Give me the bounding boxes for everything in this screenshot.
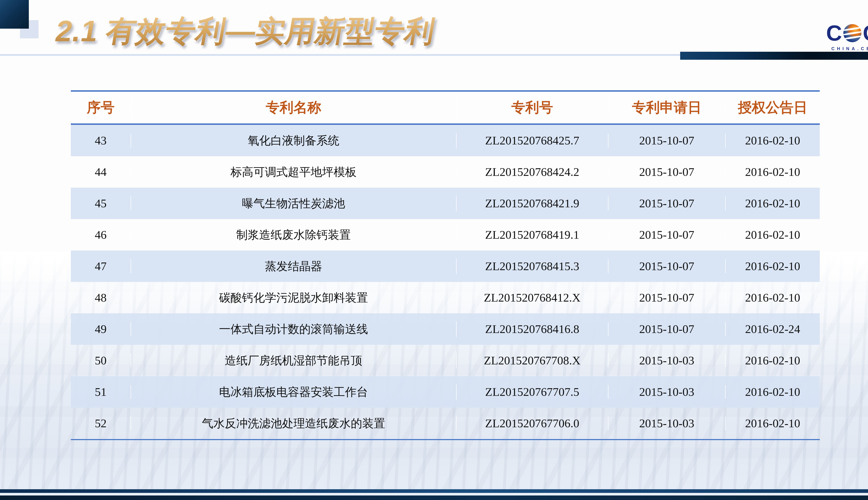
patent-number-cell: ZL201520768425.7 bbox=[457, 134, 608, 147]
application-date-cell: 2015-10-07 bbox=[608, 134, 726, 147]
footer-dark-bar bbox=[0, 496, 868, 500]
patent-name-cell: 标高可调式超平地坪模板 bbox=[131, 164, 457, 180]
application-date-cell: 2015-10-07 bbox=[608, 165, 726, 179]
patent-number-cell: ZL201520767708.X bbox=[457, 354, 608, 367]
patent-name-cell: 一体式自动计数的滚筒输送线 bbox=[131, 321, 457, 337]
patent-name-cell: 造纸厂房纸机湿部节能吊顶 bbox=[131, 353, 457, 368]
table-row: 46制浆造纸废水除钙装置ZL201520768419.12015-10-0720… bbox=[71, 219, 820, 251]
application-date-cell: 2015-10-03 bbox=[608, 354, 726, 367]
row-number-cell: 47 bbox=[71, 259, 131, 273]
column-header: 序号 bbox=[71, 98, 131, 117]
grant-date-cell: 2016-02-24 bbox=[726, 322, 820, 336]
patent-name-cell: 氧化白液制备系统 bbox=[131, 133, 457, 148]
row-number-cell: 44 bbox=[71, 165, 131, 179]
logo-caption: CHINA.CEC bbox=[829, 46, 868, 51]
column-header: 专利号 bbox=[457, 98, 608, 117]
row-number-cell: 45 bbox=[71, 196, 131, 210]
grant-date-cell: 2016-02-10 bbox=[726, 385, 820, 399]
patent-number-cell: ZL201520768419.1 bbox=[457, 228, 608, 242]
table-row: 52气水反冲洗滤池处理造纸废水的装置ZL201520767706.02015-1… bbox=[71, 408, 820, 439]
page-title: 2.1 有效专利—实用新型专利 bbox=[53, 12, 438, 49]
patent-name-cell: 曝气生物活性炭滤池 bbox=[131, 196, 457, 211]
patent-table: 序号专利名称专利号专利申请日授权公告日 43氧化白液制备系统ZL20152076… bbox=[71, 90, 820, 440]
globe-icon bbox=[843, 24, 861, 42]
patent-name-cell: 电冰箱底板电容器安装工作台 bbox=[131, 384, 457, 400]
logo-letter-left: C bbox=[826, 22, 842, 44]
table-row: 49一体式自动计数的滚筒输送线ZL201520768416.82015-10-0… bbox=[71, 314, 820, 345]
application-date-cell: 2015-10-03 bbox=[608, 385, 726, 399]
table-header-row: 序号专利名称专利号专利申请日授权公告日 bbox=[71, 92, 820, 125]
column-header: 专利名称 bbox=[131, 98, 457, 117]
row-number-cell: 46 bbox=[71, 228, 131, 242]
table-row: 44标高可调式超平地坪模板ZL201520768424.22015-10-072… bbox=[71, 156, 820, 188]
row-number-cell: 48 bbox=[71, 291, 131, 305]
corner-accent-navy-square bbox=[0, 0, 29, 29]
row-number-cell: 49 bbox=[71, 322, 131, 336]
row-number-cell: 51 bbox=[71, 385, 131, 399]
patent-name-cell: 碳酸钙化学污泥脱水卸料装置 bbox=[131, 290, 457, 306]
grant-date-cell: 2016-02-10 bbox=[726, 354, 820, 367]
application-date-cell: 2015-10-07 bbox=[608, 196, 726, 210]
grant-date-cell: 2016-02-10 bbox=[726, 134, 820, 147]
patent-number-cell: ZL201520768421.9 bbox=[457, 196, 608, 210]
patent-name-cell: 气水反冲洗滤池处理造纸废水的装置 bbox=[131, 416, 457, 431]
logo-letter-right: C bbox=[863, 22, 868, 44]
row-number-cell: 43 bbox=[71, 134, 131, 147]
application-date-cell: 2015-10-07 bbox=[608, 291, 726, 305]
patent-number-cell: ZL201520768416.8 bbox=[457, 322, 608, 336]
grant-date-cell: 2016-02-10 bbox=[726, 196, 820, 210]
patent-number-cell: ZL201520768412.X bbox=[457, 291, 608, 305]
patent-number-cell: ZL201520768415.3 bbox=[457, 259, 608, 273]
table-body: 43氧化白液制备系统ZL201520768425.72015-10-072016… bbox=[71, 125, 820, 439]
row-number-cell: 50 bbox=[71, 354, 131, 367]
grant-date-cell: 2016-02-10 bbox=[726, 417, 820, 430]
column-header: 专利申请日 bbox=[608, 98, 726, 117]
patent-number-cell: ZL201520767707.5 bbox=[457, 385, 608, 399]
grant-date-cell: 2016-02-10 bbox=[726, 259, 820, 273]
footer-light-gap bbox=[0, 493, 868, 496]
application-date-cell: 2015-10-07 bbox=[608, 259, 726, 273]
patent-number-cell: ZL201520767706.0 bbox=[457, 417, 608, 430]
application-date-cell: 2015-10-07 bbox=[608, 228, 726, 242]
table-row: 47蒸发结晶器ZL201520768415.32015-10-072016-02… bbox=[71, 251, 820, 282]
table-row: 43氧化白液制备系统ZL201520768425.72015-10-072016… bbox=[71, 125, 820, 156]
grant-date-cell: 2016-02-10 bbox=[726, 228, 820, 242]
patent-name-cell: 蒸发结晶器 bbox=[131, 259, 457, 274]
cec-logo-letters: C C bbox=[829, 22, 868, 44]
title-underline-band bbox=[0, 54, 680, 56]
application-date-cell: 2015-10-03 bbox=[608, 417, 726, 430]
table-row: 50造纸厂房纸机湿部节能吊顶ZL201520767708.X2015-10-03… bbox=[71, 345, 820, 376]
cec-logo: C C CHINA.CEC bbox=[829, 22, 868, 51]
patent-number-cell: ZL201520768424.2 bbox=[457, 165, 608, 179]
table-row: 48碳酸钙化学污泥脱水卸料装置ZL201520768412.X2015-10-0… bbox=[71, 282, 820, 314]
row-number-cell: 52 bbox=[71, 417, 131, 430]
header-navy-gradient-bar bbox=[680, 52, 868, 60]
grant-date-cell: 2016-02-10 bbox=[726, 165, 820, 179]
table-row: 51电冰箱底板电容器安装工作台ZL201520767707.52015-10-0… bbox=[71, 376, 820, 408]
grant-date-cell: 2016-02-10 bbox=[726, 291, 820, 305]
column-header: 授权公告日 bbox=[726, 98, 820, 117]
slide: 2.1 有效专利—实用新型专利 C C CHINA.CEC 序号专利名称专利号专… bbox=[0, 0, 868, 500]
application-date-cell: 2015-10-07 bbox=[608, 322, 726, 336]
table-row: 45曝气生物活性炭滤池ZL201520768421.92015-10-07201… bbox=[71, 188, 820, 219]
patent-name-cell: 制浆造纸废水除钙装置 bbox=[131, 227, 457, 243]
footer-navy-bar bbox=[0, 489, 868, 493]
